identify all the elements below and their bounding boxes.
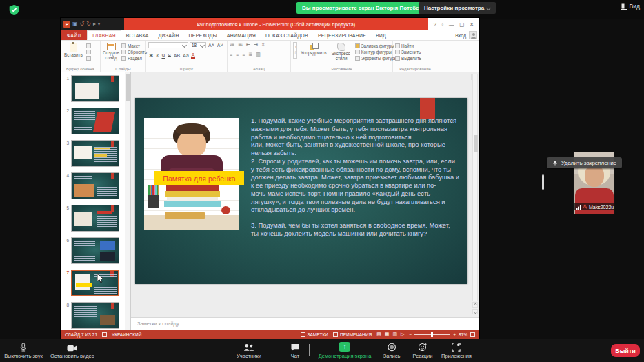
italic-button[interactable]: К: [155, 53, 159, 58]
strikethrough-button[interactable]: S: [167, 53, 172, 58]
slide-thumbnail-1[interactable]: 1: [63, 75, 124, 102]
mute-button[interactable]: Выключить звук: [4, 341, 42, 359]
font-color-button[interactable]: А: [191, 52, 196, 59]
align-left-button[interactable]: ≡: [230, 52, 232, 57]
tab-view[interactable]: ВИД: [371, 30, 391, 40]
slide-thumbnail-7-selected[interactable]: 7: [63, 270, 124, 296]
paste-button[interactable]: Вставить: [63, 42, 84, 66]
underline-button[interactable]: Ч: [161, 53, 165, 58]
next-slide-button[interactable]: [472, 309, 478, 314]
language-indicator[interactable]: УКРАИНСКИЙ: [112, 332, 141, 337]
mute-options-chevron[interactable]: [39, 345, 39, 357]
chat-button[interactable]: Чат: [291, 341, 300, 359]
slide-thumbnail-2[interactable]: 2: [63, 108, 124, 134]
view-settings-button[interactable]: Настройки просмотра: [419, 2, 496, 14]
slideshow-view-button[interactable]: ▷: [401, 332, 404, 337]
chat-options-chevron[interactable]: [309, 345, 310, 357]
start-slideshow-icon[interactable]: ▸: [93, 21, 96, 27]
powerpoint-logo-icon[interactable]: P: [63, 21, 70, 28]
video-panel-handle[interactable]: [542, 174, 544, 190]
line-spacing-button[interactable]: ⇳: [261, 42, 265, 48]
apps-button[interactable]: Приложения: [441, 341, 472, 359]
cut-icon[interactable]: [86, 43, 91, 48]
zoom-in-button[interactable]: +: [453, 332, 456, 337]
slide-thumbnail-4[interactable]: 4: [63, 172, 124, 199]
slide-canvas[interactable]: Памятка для ребенка 1. Подумай, какие уч…: [135, 98, 467, 284]
tab-design[interactable]: ДИЗАЙН: [154, 30, 184, 40]
slide-thumbnail-5[interactable]: 5: [63, 205, 124, 232]
normal-view-button[interactable]: ▤: [376, 332, 381, 337]
shape-fill-button[interactable]: Заливка фигуры: [355, 43, 397, 48]
tab-insert[interactable]: ВСТАВКА: [121, 30, 154, 40]
select-button[interactable]: Выделить: [395, 56, 421, 61]
zoom-slider[interactable]: [414, 334, 450, 335]
share-screen-button[interactable]: ↑ Демонстрация экрана: [319, 341, 372, 359]
remove-pin-button[interactable]: Удалить закрепление: [547, 157, 622, 168]
view-button[interactable]: Вид: [621, 3, 640, 10]
previous-slide-button[interactable]: [472, 302, 478, 308]
align-right-button[interactable]: ≡: [242, 52, 245, 57]
layout-button[interactable]: Макет: [121, 43, 147, 48]
replace-button[interactable]: Заменить: [395, 50, 421, 54]
reactions-button[interactable]: Реакции: [413, 341, 433, 359]
bullets-button[interactable]: ≔: [230, 42, 234, 48]
arrange-button[interactable]: Упорядочить: [299, 42, 328, 66]
participants-button[interactable]: Участники: [237, 341, 261, 359]
accessibility-icon[interactable]: [102, 332, 107, 337]
new-slide-button[interactable]: Создать слайд: [103, 42, 119, 66]
comments-toggle[interactable]: ПРИМЕЧАНИЯ: [333, 332, 372, 337]
numbering-button[interactable]: ≕: [238, 42, 243, 48]
align-center-button[interactable]: ≡: [236, 52, 239, 57]
shrink-font-button[interactable]: А˅: [217, 43, 224, 48]
tab-transitions[interactable]: ПЕРЕХОДЫ: [184, 30, 222, 40]
justify-button[interactable]: ≣: [248, 52, 252, 57]
slide-thumbnail-3[interactable]: 3: [63, 140, 124, 167]
tab-review[interactable]: РЕЦЕНЗИРОВАНИЕ: [313, 30, 371, 40]
character-spacing-button[interactable]: АВ: [173, 53, 181, 58]
font-name-combo[interactable]: [148, 42, 188, 48]
shapes-gallery[interactable]: ▭ □ ○ △ ◇ ☆ ( ) ⌒ ~: [293, 42, 297, 59]
sign-in-button[interactable]: Вход: [455, 30, 479, 40]
grow-font-button[interactable]: А˄: [208, 43, 215, 48]
tab-file[interactable]: ФАЙЛ: [61, 30, 87, 40]
window-title[interactable]: как подготовится к школе - PowerPoint (С…: [124, 18, 428, 30]
collapse-ribbon-button[interactable]: [472, 65, 476, 70]
editor-scrollbar[interactable]: [472, 74, 478, 301]
increase-indent-button[interactable]: ⇥: [254, 42, 258, 48]
fit-to-window-icon[interactable]: [470, 332, 475, 337]
restore-button[interactable]: ▢: [459, 21, 464, 28]
columns-button[interactable]: ▥: [256, 52, 261, 57]
save-icon[interactable]: ▣: [72, 21, 78, 27]
decrease-indent-button[interactable]: ⇤: [246, 42, 250, 48]
zoom-out-button[interactable]: −: [409, 332, 412, 337]
tab-animations[interactable]: АНИМАЦИЯ: [222, 30, 261, 40]
change-case-button[interactable]: Аа: [182, 53, 190, 58]
stop-video-button[interactable]: Остановить видео: [50, 341, 94, 359]
slide-thumbnail-8[interactable]: 8: [63, 302, 124, 329]
zoom-level[interactable]: 81%: [459, 332, 467, 337]
find-button[interactable]: Найти: [395, 43, 421, 48]
qat-customize-icon[interactable]: ▾: [98, 22, 100, 26]
record-button[interactable]: Запись: [383, 341, 401, 359]
video-options-chevron[interactable]: [90, 345, 90, 357]
help-button[interactable]: ?: [434, 21, 436, 28]
reading-view-button[interactable]: ▥: [392, 332, 397, 337]
tab-home[interactable]: ГЛАВНАЯ: [87, 30, 121, 40]
close-button[interactable]: ✕: [470, 21, 474, 28]
thumbnail-scrollbar[interactable]: [125, 72, 130, 330]
security-shield-icon[interactable]: [8, 4, 20, 16]
slide-thumbnail-6[interactable]: 6: [63, 237, 124, 264]
font-size-combo[interactable]: 18: [190, 42, 206, 48]
format-painter-icon[interactable]: [86, 56, 91, 61]
participants-options-chevron[interactable]: [272, 345, 272, 357]
bold-button[interactable]: Ж: [148, 53, 154, 58]
reset-button[interactable]: Сбросить: [121, 50, 147, 54]
notes-toggle[interactable]: ЗАМЕТКИ: [301, 332, 328, 337]
section-button[interactable]: Раздел: [121, 56, 147, 61]
undo-icon[interactable]: ↺: [80, 21, 85, 27]
copy-icon[interactable]: [86, 50, 91, 54]
minimize-button[interactable]: —: [449, 21, 454, 28]
notes-pane[interactable]: Заметки к слайду: [131, 317, 479, 330]
quick-styles-button[interactable]: Экспресс-стили: [330, 42, 352, 66]
redo-icon[interactable]: ↻: [86, 21, 91, 27]
